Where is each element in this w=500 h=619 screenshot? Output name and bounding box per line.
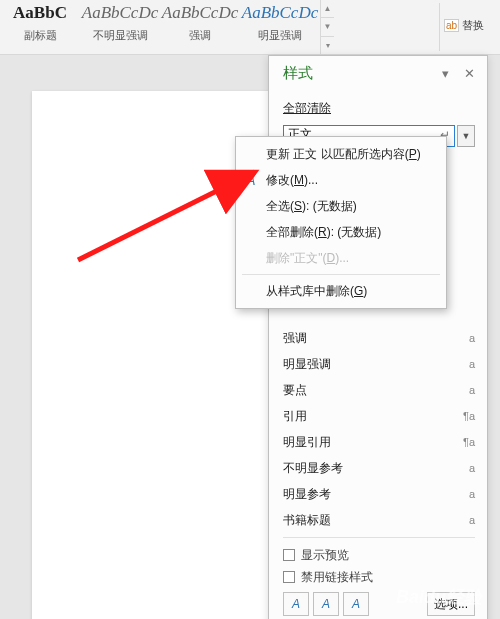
menu-select-all[interactable]: 全选(S): (无数据) [236, 193, 446, 219]
list-item[interactable]: 强调a [283, 325, 475, 351]
checkbox-icon [283, 549, 295, 561]
style-gallery: AaBbC 副标题 AaBbCcDc 不明显强调 AaBbCcDc 强调 AaB… [0, 0, 439, 54]
options-button[interactable]: 选项... [427, 592, 475, 616]
editing-group: . ab 替换 [440, 0, 500, 54]
list-item[interactable]: 不明显参考a [283, 455, 475, 481]
style-gallery-nav: ▲ ▼ ▾ [320, 0, 334, 54]
disable-linked-checkbox[interactable]: 禁用链接样式 [283, 566, 475, 588]
style-inspector-button[interactable]: A [313, 592, 339, 616]
style-list: 强调a 明显强调a 要点a 引用¶a 明显引用¶a 不明显参考a 明显参考a 书… [283, 325, 475, 533]
menu-delete-all[interactable]: 全部删除(R): (无数据) [236, 219, 446, 245]
style-context-menu: 更新 正文 以匹配所选内容(P) A 修改(M)... 全选(S): (无数据)… [235, 136, 447, 309]
menu-remove-from-gallery[interactable]: 从样式库中删除(G) [236, 278, 446, 304]
list-item[interactable]: 引用¶a [283, 403, 475, 429]
style-cell-intense-emphasis[interactable]: AaBbCcDc 明显强调 [240, 0, 320, 54]
list-item[interactable]: 要点a [283, 377, 475, 403]
pane-close-icon[interactable]: ✕ [457, 61, 481, 85]
menu-separator [242, 274, 440, 275]
list-item[interactable]: 明显强调a [283, 351, 475, 377]
style-cell-subtitle[interactable]: AaBbC 副标题 [0, 0, 80, 54]
list-item[interactable]: 明显参考a [283, 481, 475, 507]
style-cell-emphasis[interactable]: AaBbCcDc 强调 [160, 0, 240, 54]
modify-style-icon: A [242, 173, 260, 188]
clear-all-link[interactable]: 全部清除 [283, 100, 475, 117]
replace-icon: ab [444, 19, 459, 32]
show-preview-checkbox[interactable]: 显示预览 [283, 544, 475, 566]
manage-styles-button[interactable]: A [343, 592, 369, 616]
pane-options-icon[interactable]: ▾ [433, 61, 457, 85]
style-gallery-up-icon[interactable]: ▲ [321, 0, 334, 18]
new-style-button[interactable]: A [283, 592, 309, 616]
style-gallery-down-icon[interactable]: ▼ [321, 18, 334, 36]
replace-button[interactable]: ab 替换 [444, 18, 496, 33]
checkbox-icon [283, 571, 295, 583]
menu-modify[interactable]: A 修改(M)... [236, 167, 446, 193]
selected-style-dropdown[interactable]: ▼ [457, 125, 475, 147]
style-cell-subtle-emphasis[interactable]: AaBbCcDc 不明显强调 [80, 0, 160, 54]
style-gallery-more-icon[interactable]: ▾ [321, 37, 334, 54]
pane-header: 样式 ▾ ✕ [269, 56, 487, 90]
pane-footer: A A A 选项... [283, 592, 475, 618]
pane-title: 样式 [283, 64, 433, 83]
ribbon: AaBbC 副标题 AaBbCcDc 不明显强调 AaBbCcDc 强调 AaB… [0, 0, 500, 55]
menu-delete-style: 删除"正文"(D)... [236, 245, 446, 271]
list-item[interactable]: 明显引用¶a [283, 429, 475, 455]
menu-update-to-match[interactable]: 更新 正文 以匹配所选内容(P) [236, 141, 446, 167]
list-item[interactable]: 书籍标题a [283, 507, 475, 533]
